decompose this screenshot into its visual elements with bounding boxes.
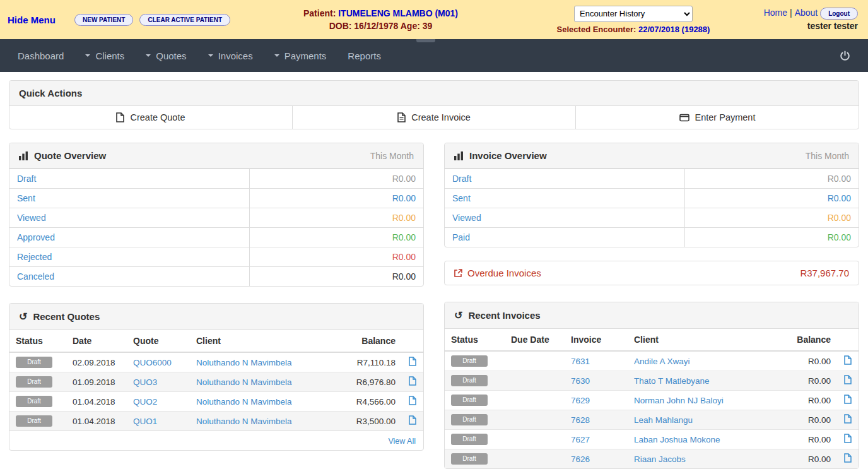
overview-row-value: R0.00 <box>684 189 859 208</box>
col-quote: Quote <box>127 330 190 352</box>
document-icon[interactable] <box>844 395 852 404</box>
right-column: Invoice Overview This Month Draft R0.00 … <box>444 143 859 469</box>
overview-row-label[interactable]: Draft <box>9 169 249 188</box>
invoice-number-link[interactable]: 7627 <box>571 435 590 444</box>
overview-row-label[interactable]: Sent <box>445 189 684 208</box>
enter-payment-button[interactable]: Enter Payment <box>576 106 859 129</box>
document-icon[interactable] <box>844 355 852 365</box>
main-nav: Dashboard Clients Quotes Invoices Paymen… <box>0 39 868 72</box>
client-link[interactable]: Norman John NJ Baloyi <box>634 396 724 405</box>
col-balance: Balance <box>780 329 837 351</box>
nav-item[interactable]: Quotes <box>146 50 186 61</box>
invoice-number-link[interactable]: 7628 <box>571 415 590 425</box>
nav-item[interactable]: Dashboard <box>18 50 64 61</box>
quote-number-link[interactable]: QUO2 <box>133 397 157 407</box>
recent-invoices-header: ↺ Recent Invoices <box>445 302 859 329</box>
recent-quotes-header: ↺ Recent Quotes <box>9 304 423 330</box>
clear-active-patient-button[interactable]: CLEAR ACTIVE PATIENT <box>139 14 230 26</box>
overview-row-label[interactable]: Canceled <box>9 267 249 286</box>
document-icon[interactable] <box>844 414 852 424</box>
create-invoice-button[interactable]: Create Invoice <box>293 106 576 129</box>
client-link[interactable]: Noluthando N Mavimbela <box>196 358 292 367</box>
overview-row-value: R0.00 <box>249 228 423 247</box>
menu-handle[interactable] <box>416 39 435 42</box>
new-patient-button[interactable]: NEW PATIENT <box>74 14 133 26</box>
overview-row-label[interactable]: Viewed <box>9 208 249 227</box>
status-badge: Draft <box>451 434 488 445</box>
encounter-history-select[interactable]: Encounter History <box>574 6 693 22</box>
logout-button[interactable]: Logout <box>820 8 858 20</box>
overview-row-label[interactable]: Paid <box>445 228 684 247</box>
selected-encounter-label: Selected Encounter: <box>557 25 636 34</box>
overview-row-label[interactable]: Sent <box>9 189 249 208</box>
client-link[interactable]: Laban Joshua Mokone <box>634 435 720 444</box>
nav-item[interactable]: Clients <box>85 50 124 61</box>
invoice-overview-panel: Invoice Overview This Month Draft R0.00 … <box>444 143 859 247</box>
client-link[interactable]: Noluthando N Mavimbela <box>196 377 292 387</box>
document-icon[interactable] <box>409 415 416 425</box>
view-all-link[interactable]: View All <box>388 437 416 446</box>
document-icon[interactable] <box>844 375 852 384</box>
client-link[interactable]: Andile A Xwayi <box>634 357 690 366</box>
quote-balance: R7,110.18 <box>332 352 402 372</box>
table-row: Draft 01.09.2018 QUO3 Noluthando N Mavim… <box>9 372 423 392</box>
client-link[interactable]: Thato T Matlebyane <box>634 376 710 386</box>
invoice-number-link[interactable]: 7631 <box>571 357 590 366</box>
hide-menu-link[interactable]: Hide Menu <box>8 15 68 25</box>
invoice-balance: R0.00 <box>780 351 837 371</box>
nav-item-label: Reports <box>348 50 381 61</box>
history-icon: ↺ <box>19 311 27 323</box>
patient-name: ITUMELENG MLAMBO (M01) <box>338 8 458 18</box>
document-icon[interactable] <box>844 453 852 463</box>
invoice-number-link[interactable]: 7629 <box>571 396 590 405</box>
client-link[interactable]: Noluthando N Mavimbela <box>196 417 292 426</box>
nav-item[interactable]: Reports <box>348 50 381 61</box>
overdue-invoices-panel: Overdue Invoices R37,967.70 <box>444 261 859 285</box>
overview-row-label[interactable]: Viewed <box>445 208 684 227</box>
table-header-row: Status Due Date Invoice Client Balance <box>445 329 859 351</box>
client-link[interactable]: Riaan Jacobs <box>634 454 686 464</box>
table-row: Draft 01.04.2018 QUO2 Noluthando N Mavim… <box>9 392 423 412</box>
overview-row: Viewed R0.00 <box>445 208 859 227</box>
create-quote-button[interactable]: Create Quote <box>9 106 293 129</box>
bar-chart-icon <box>454 151 464 160</box>
patient-buttons: NEW PATIENT CLEAR ACTIVE PATIENT <box>74 14 226 26</box>
overview-row-label[interactable]: Approved <box>9 228 249 247</box>
overview-row-label[interactable]: Rejected <box>9 247 249 266</box>
client-link[interactable]: Noluthando N Mavimbela <box>196 397 292 407</box>
quote-number-link[interactable]: QUO3 <box>133 377 157 387</box>
document-icon[interactable] <box>844 434 852 443</box>
nav-item[interactable]: Invoices <box>208 50 253 61</box>
about-link[interactable]: About <box>795 8 818 18</box>
quote-date: 01.04.2018 <box>66 412 127 431</box>
client-link[interactable]: Leah Mahlangu <box>634 415 693 425</box>
overview-row-value: R0.00 <box>684 208 859 227</box>
table-row: Draft 01.04.2018 QUO1 Noluthando N Mavim… <box>9 412 423 431</box>
nav-item-label: Quotes <box>156 50 186 61</box>
invoice-due-date <box>505 391 565 410</box>
nav-item[interactable]: Payments <box>274 50 327 61</box>
document-icon[interactable] <box>409 396 416 405</box>
home-link[interactable]: Home <box>764 8 787 18</box>
col-balance: Balance <box>332 330 402 352</box>
document-icon[interactable] <box>409 357 416 366</box>
selected-encounter-value: 22/07/2018 (19288) <box>638 25 710 34</box>
invoice-balance: R0.00 <box>780 430 837 449</box>
table-row: Draft 7628 Leah Mahlangu R0.00 <box>445 410 859 430</box>
quote-number-link[interactable]: QUO6000 <box>133 358 172 367</box>
overview-row-label[interactable]: Draft <box>445 169 684 188</box>
overview-row: Canceled R0.00 <box>9 266 423 286</box>
power-icon[interactable] <box>840 50 850 61</box>
recent-invoices-table: Status Due Date Invoice Client Balance <box>445 329 859 468</box>
invoice-balance: R0.00 <box>780 449 837 469</box>
overdue-invoices-link[interactable]: Overdue Invoices <box>454 268 541 278</box>
invoice-number-link[interactable]: 7626 <box>571 454 590 464</box>
status-badge: Draft <box>16 415 52 427</box>
quick-actions-title: Quick Actions <box>19 88 82 98</box>
document-icon[interactable] <box>409 376 416 386</box>
chevron-down-icon <box>85 54 90 57</box>
status-badge: Draft <box>451 414 488 425</box>
invoice-number-link[interactable]: 7630 <box>571 376 590 386</box>
invoice-overview-header: Invoice Overview This Month <box>445 143 859 169</box>
quote-number-link[interactable]: QUO1 <box>133 417 157 426</box>
